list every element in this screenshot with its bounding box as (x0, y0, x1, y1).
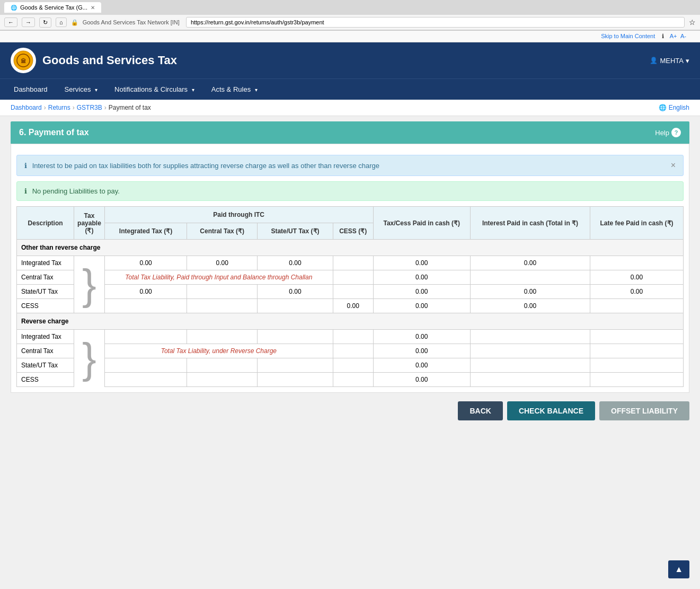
ssl-icon: 🔒 (71, 19, 78, 26)
help-button[interactable]: Help ? (655, 128, 681, 137)
home-btn[interactable]: ⌂ (56, 17, 67, 27)
section-number: 6. (19, 128, 26, 137)
th-itc-integrated: Integrated Tax (₹) (104, 223, 187, 240)
table-row: Central Tax Total Tax Liability, under R… (17, 344, 684, 358)
user-dropdown-icon: ▾ (686, 57, 689, 65)
language-selector[interactable]: 🌐 English (659, 104, 689, 111)
skip-bar: Skip to Main Content ℹ A+ A- (0, 31, 700, 42)
row-rev-central-interest (470, 344, 590, 358)
offset-liability-button: OFFSET LIABILITY (599, 401, 689, 420)
row-integrated-late-fee (590, 256, 684, 270)
back-nav-btn[interactable]: ← (4, 17, 17, 27)
th-interest-cash: Interest Paid in cash (Total in ₹) (470, 207, 590, 240)
acts-arrow: ▾ (255, 87, 258, 93)
site-logo: 🏛 Goods and Services Tax (11, 48, 177, 73)
alert-close-btn[interactable]: × (671, 161, 676, 170)
font-decrease-btn[interactable]: A- (680, 33, 686, 39)
forward-nav-btn[interactable]: → (22, 17, 35, 27)
star-icon[interactable]: ☆ (689, 18, 696, 27)
row-rev-state-itc-int (104, 358, 187, 373)
no-pending-text: No pending Liabilities to pay. (32, 187, 120, 195)
breadcrumb-returns[interactable]: Returns (48, 104, 70, 111)
help-label: Help (655, 129, 669, 137)
breadcrumb-dashboard[interactable]: Dashboard (11, 104, 42, 111)
table-row: Integrated Tax } 0.00 0.00 0.00 0.00 0.0… (17, 256, 684, 270)
row-rev-cess-late-fee (590, 373, 684, 387)
table-row: Central Tax Total Tax Liability, Paid th… (17, 270, 684, 285)
row-central-itc-cess (333, 270, 373, 285)
row-rev-integrated-desc: Integrated Tax (17, 330, 74, 344)
row-cess-interest-cash: 0.00 (470, 299, 590, 313)
row-integrated-interest-cash: 0.00 (470, 256, 590, 270)
row-rev-integrated-itc-state (258, 330, 333, 344)
user-menu[interactable]: 👤 MEHTA ▾ (650, 57, 689, 65)
row-rev-state-tax-cash: 0.00 (373, 358, 470, 373)
skip-to-main-link[interactable]: Skip to Main Content (601, 33, 655, 39)
table-row: State/UT Tax 0.00 (17, 358, 684, 373)
row-central-tax-desc: Central Tax (17, 270, 74, 285)
row-state-itc-state: 0.00 (258, 285, 333, 299)
th-tax-cess-cash: Tax/Cess Paid in cash (₹) (373, 207, 470, 240)
section-label-other: Other than reverse charge (17, 240, 684, 256)
bottom-actions: BACK CHECK BALANCE OFFSET LIABILITY (11, 393, 689, 429)
browser-chrome: 🌐 Goods & Service Tax (G... ✕ ← → ↻ ⌂ 🔒 … (0, 0, 700, 31)
row-rev-central-tax-cash: 0.00 (373, 344, 470, 358)
nav-acts-rules[interactable]: Acts & Rules ▾ (203, 79, 266, 100)
th-itc-state-ut: State/UT Tax (₹) (258, 223, 333, 240)
nav-services[interactable]: Services ▾ (56, 79, 106, 100)
row-state-ut-tax-desc: State/UT Tax (17, 285, 74, 299)
alert-info-text: Interest to be paid on tax liabilities b… (32, 162, 379, 170)
row-state-itc-central (187, 285, 258, 299)
row-integrated-itc-state: 0.00 (258, 256, 333, 270)
row-rev-integrated-itc-int (104, 330, 187, 344)
brace-reverse: } (74, 330, 105, 387)
tax-table: Description Tax payable (₹) Paid through… (16, 206, 684, 387)
refresh-btn[interactable]: ↻ (39, 17, 51, 28)
site-header: 🏛 Goods and Services Tax 👤 MEHTA ▾ (0, 42, 700, 78)
row-rev-state-itc-cen (187, 358, 258, 373)
row-rev-state-desc: State/UT Tax (17, 358, 74, 373)
table-row: State/UT Tax 0.00 0.00 0.00 0.00 0.00 (17, 285, 684, 299)
section-label-reverse: Reverse charge (17, 313, 684, 330)
table-row: CESS 0.00 0.00 0.00 (17, 299, 684, 313)
section-reverse-charge: Reverse charge (17, 313, 684, 330)
row-cess-itc-central (187, 299, 258, 313)
svg-text:🏛: 🏛 (21, 58, 26, 64)
row-integrated-itc-central: 0.00 (187, 256, 258, 270)
services-arrow: ▾ (95, 87, 98, 93)
breadcrumb-current: Payment of tax (109, 104, 151, 111)
breadcrumb-gstr3b[interactable]: GSTR3B (77, 104, 102, 111)
row-cess-other-desc: CESS (17, 299, 74, 313)
nav-notifications[interactable]: Notifications & Circulars ▾ (106, 79, 203, 100)
nav-dashboard[interactable]: Dashboard (5, 79, 56, 100)
th-itc-cess: CESS (₹) (333, 223, 373, 240)
user-icon: 👤 (650, 57, 658, 64)
section-other-than-reverse-charge: Other than reverse charge (17, 240, 684, 256)
row-rev-central-itc-cess (333, 344, 373, 358)
tab-title: Goods & Service Tax (G... (20, 4, 87, 11)
brace-other: } (74, 256, 105, 313)
font-increase-btn[interactable]: A+ (670, 33, 677, 39)
site-title: Goods and Services Tax (42, 54, 177, 67)
row-cess-tax-cash: 0.00 (373, 299, 470, 313)
central-tax-note: Total Tax Liability, Paid through Input … (104, 270, 333, 285)
row-cess-late-fee (590, 299, 684, 313)
th-itc-central: Central Tax (₹) (187, 223, 258, 240)
content-wrapper: ℹ Interest to be paid on tax liabilities… (11, 144, 689, 393)
breadcrumb-sep-1: › (44, 104, 46, 111)
table-row: CESS 0.00 (17, 373, 684, 387)
tab-close-icon[interactable]: ✕ (91, 5, 95, 11)
help-circle-icon: ? (671, 128, 681, 137)
section-header: 6. Payment of tax Help ? (11, 121, 689, 144)
rev-central-tax-note: Total Tax Liability, under Reverse Charg… (104, 344, 333, 358)
breadcrumb-sep-2: › (73, 104, 75, 111)
address-bar-input[interactable] (186, 17, 685, 28)
check-balance-button[interactable]: CHECK BALANCE (507, 401, 595, 420)
row-central-interest-cash (470, 270, 590, 285)
row-rev-central-desc: Central Tax (17, 344, 74, 358)
main-content: 6. Payment of tax Help ? ℹ Interest to b… (0, 116, 700, 439)
row-cess-itc-state (258, 299, 333, 313)
row-rev-cess-itc-cess (333, 373, 373, 387)
browser-address-bar: ← → ↻ ⌂ 🔒 Goods And Services Tax Network… (0, 15, 700, 30)
back-button[interactable]: BACK (458, 401, 502, 420)
